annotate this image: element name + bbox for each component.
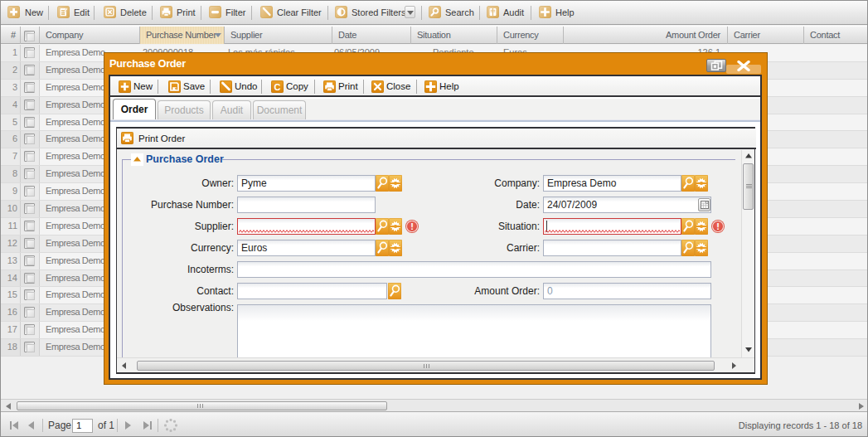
svg-text:C: C xyxy=(274,82,281,92)
